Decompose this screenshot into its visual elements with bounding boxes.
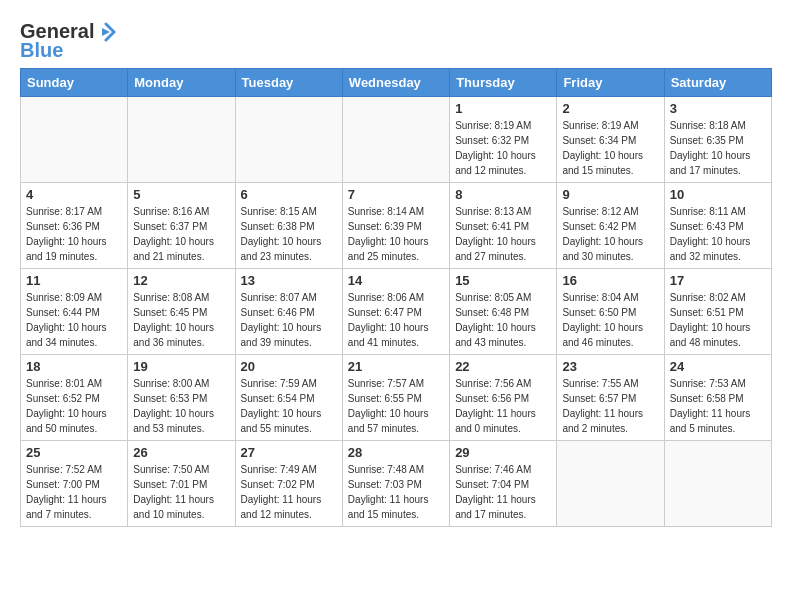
day-number: 19 [133,359,229,374]
day-info: Sunrise: 7:57 AMSunset: 6:55 PMDaylight:… [348,376,444,436]
calendar-cell [342,97,449,183]
calendar-cell: 16Sunrise: 8:04 AMSunset: 6:50 PMDayligh… [557,269,664,355]
day-info: Sunrise: 8:04 AMSunset: 6:50 PMDaylight:… [562,290,658,350]
logo-blue-text: Blue [20,39,63,62]
day-number: 2 [562,101,658,116]
day-info: Sunrise: 7:46 AMSunset: 7:04 PMDaylight:… [455,462,551,522]
calendar-cell: 14Sunrise: 8:06 AMSunset: 6:47 PMDayligh… [342,269,449,355]
day-number: 29 [455,445,551,460]
day-number: 3 [670,101,766,116]
day-info: Sunrise: 8:00 AMSunset: 6:53 PMDaylight:… [133,376,229,436]
day-number: 20 [241,359,337,374]
logo-icon [96,22,116,42]
calendar-week-5: 25Sunrise: 7:52 AMSunset: 7:00 PMDayligh… [21,441,772,527]
day-info: Sunrise: 7:55 AMSunset: 6:57 PMDaylight:… [562,376,658,436]
day-number: 17 [670,273,766,288]
day-info: Sunrise: 8:05 AMSunset: 6:48 PMDaylight:… [455,290,551,350]
calendar-cell: 26Sunrise: 7:50 AMSunset: 7:01 PMDayligh… [128,441,235,527]
calendar-cell: 20Sunrise: 7:59 AMSunset: 6:54 PMDayligh… [235,355,342,441]
calendar-cell: 21Sunrise: 7:57 AMSunset: 6:55 PMDayligh… [342,355,449,441]
calendar-week-4: 18Sunrise: 8:01 AMSunset: 6:52 PMDayligh… [21,355,772,441]
calendar-cell: 8Sunrise: 8:13 AMSunset: 6:41 PMDaylight… [450,183,557,269]
calendar-cell: 15Sunrise: 8:05 AMSunset: 6:48 PMDayligh… [450,269,557,355]
day-number: 13 [241,273,337,288]
day-number: 23 [562,359,658,374]
day-number: 16 [562,273,658,288]
header-sunday: Sunday [21,69,128,97]
day-number: 12 [133,273,229,288]
day-info: Sunrise: 8:07 AMSunset: 6:46 PMDaylight:… [241,290,337,350]
day-info: Sunrise: 8:08 AMSunset: 6:45 PMDaylight:… [133,290,229,350]
day-info: Sunrise: 8:09 AMSunset: 6:44 PMDaylight:… [26,290,122,350]
day-number: 7 [348,187,444,202]
header-friday: Friday [557,69,664,97]
calendar-cell [557,441,664,527]
calendar-cell: 18Sunrise: 8:01 AMSunset: 6:52 PMDayligh… [21,355,128,441]
day-number: 5 [133,187,229,202]
calendar-cell: 1Sunrise: 8:19 AMSunset: 6:32 PMDaylight… [450,97,557,183]
day-info: Sunrise: 8:01 AMSunset: 6:52 PMDaylight:… [26,376,122,436]
calendar-cell: 29Sunrise: 7:46 AMSunset: 7:04 PMDayligh… [450,441,557,527]
calendar-cell [21,97,128,183]
calendar-cell: 13Sunrise: 8:07 AMSunset: 6:46 PMDayligh… [235,269,342,355]
day-number: 9 [562,187,658,202]
logo: General Blue [20,20,116,62]
calendar-cell: 9Sunrise: 8:12 AMSunset: 6:42 PMDaylight… [557,183,664,269]
day-info: Sunrise: 8:19 AMSunset: 6:34 PMDaylight:… [562,118,658,178]
day-number: 11 [26,273,122,288]
header-thursday: Thursday [450,69,557,97]
calendar-cell: 19Sunrise: 8:00 AMSunset: 6:53 PMDayligh… [128,355,235,441]
day-info: Sunrise: 8:17 AMSunset: 6:36 PMDaylight:… [26,204,122,264]
calendar-week-2: 4Sunrise: 8:17 AMSunset: 6:36 PMDaylight… [21,183,772,269]
calendar-cell: 22Sunrise: 7:56 AMSunset: 6:56 PMDayligh… [450,355,557,441]
day-number: 15 [455,273,551,288]
calendar-cell: 10Sunrise: 8:11 AMSunset: 6:43 PMDayligh… [664,183,771,269]
day-number: 6 [241,187,337,202]
day-number: 8 [455,187,551,202]
calendar-cell: 2Sunrise: 8:19 AMSunset: 6:34 PMDaylight… [557,97,664,183]
day-info: Sunrise: 8:19 AMSunset: 6:32 PMDaylight:… [455,118,551,178]
day-info: Sunrise: 7:49 AMSunset: 7:02 PMDaylight:… [241,462,337,522]
day-number: 18 [26,359,122,374]
calendar-cell [128,97,235,183]
calendar-cell: 11Sunrise: 8:09 AMSunset: 6:44 PMDayligh… [21,269,128,355]
day-number: 25 [26,445,122,460]
calendar-cell: 3Sunrise: 8:18 AMSunset: 6:35 PMDaylight… [664,97,771,183]
day-info: Sunrise: 7:56 AMSunset: 6:56 PMDaylight:… [455,376,551,436]
header-tuesday: Tuesday [235,69,342,97]
day-info: Sunrise: 7:53 AMSunset: 6:58 PMDaylight:… [670,376,766,436]
day-info: Sunrise: 7:59 AMSunset: 6:54 PMDaylight:… [241,376,337,436]
calendar-cell: 24Sunrise: 7:53 AMSunset: 6:58 PMDayligh… [664,355,771,441]
day-number: 28 [348,445,444,460]
day-number: 27 [241,445,337,460]
calendar-cell: 28Sunrise: 7:48 AMSunset: 7:03 PMDayligh… [342,441,449,527]
calendar-table: SundayMondayTuesdayWednesdayThursdayFrid… [20,68,772,527]
day-info: Sunrise: 7:50 AMSunset: 7:01 PMDaylight:… [133,462,229,522]
calendar-cell [235,97,342,183]
header-monday: Monday [128,69,235,97]
calendar-cell: 23Sunrise: 7:55 AMSunset: 6:57 PMDayligh… [557,355,664,441]
calendar-cell: 6Sunrise: 8:15 AMSunset: 6:38 PMDaylight… [235,183,342,269]
day-number: 14 [348,273,444,288]
header-wednesday: Wednesday [342,69,449,97]
calendar-week-1: 1Sunrise: 8:19 AMSunset: 6:32 PMDaylight… [21,97,772,183]
calendar-cell: 7Sunrise: 8:14 AMSunset: 6:39 PMDaylight… [342,183,449,269]
header-saturday: Saturday [664,69,771,97]
page-header: General Blue [20,16,772,62]
day-info: Sunrise: 8:11 AMSunset: 6:43 PMDaylight:… [670,204,766,264]
calendar-cell: 12Sunrise: 8:08 AMSunset: 6:45 PMDayligh… [128,269,235,355]
day-info: Sunrise: 8:06 AMSunset: 6:47 PMDaylight:… [348,290,444,350]
day-number: 26 [133,445,229,460]
day-number: 1 [455,101,551,116]
day-info: Sunrise: 8:02 AMSunset: 6:51 PMDaylight:… [670,290,766,350]
calendar-cell: 5Sunrise: 8:16 AMSunset: 6:37 PMDaylight… [128,183,235,269]
calendar-cell: 27Sunrise: 7:49 AMSunset: 7:02 PMDayligh… [235,441,342,527]
day-info: Sunrise: 8:14 AMSunset: 6:39 PMDaylight:… [348,204,444,264]
calendar-week-3: 11Sunrise: 8:09 AMSunset: 6:44 PMDayligh… [21,269,772,355]
day-info: Sunrise: 8:18 AMSunset: 6:35 PMDaylight:… [670,118,766,178]
day-info: Sunrise: 7:48 AMSunset: 7:03 PMDaylight:… [348,462,444,522]
day-info: Sunrise: 8:16 AMSunset: 6:37 PMDaylight:… [133,204,229,264]
day-info: Sunrise: 8:15 AMSunset: 6:38 PMDaylight:… [241,204,337,264]
day-number: 24 [670,359,766,374]
day-number: 22 [455,359,551,374]
